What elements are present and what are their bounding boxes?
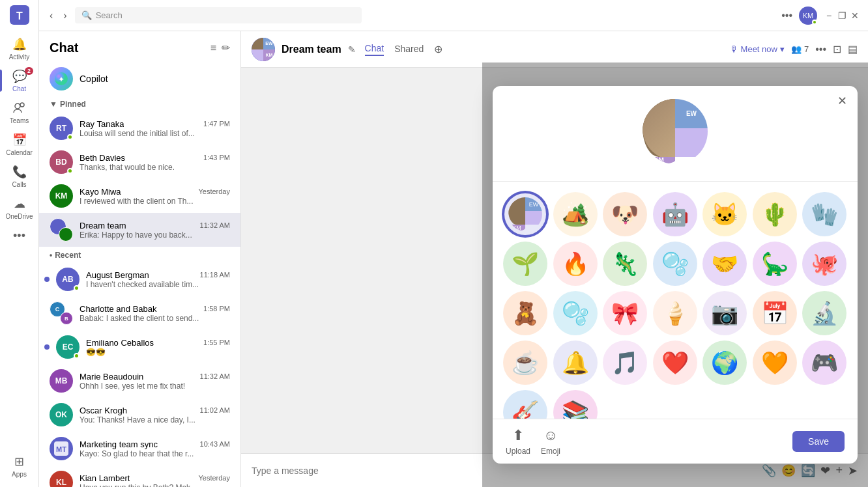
meet-label: Meet now [741,44,777,54]
sticker-cell[interactable]: 🦎 [603,242,647,286]
svg-text:T: T [16,10,23,21]
chat-item-charlotte-babak[interactable]: C B Charlotte and Babak 1:58 PM Babak: I… [39,296,240,330]
sticker-cell[interactable]: ☕ [503,341,547,385]
kian-info: Kian Lambert Yesterday Have you run this… [80,473,230,488]
tab-chat[interactable]: Chat [365,43,384,56]
calendar-icon: 📅 [12,132,27,148]
chat-preview: You: Thanks! Have a nice day, I... [80,415,230,424]
chat-item-beth-davies[interactable]: BD Beth Davies 1:43 PM Thanks, that woul… [39,145,240,179]
close-button[interactable]: ✕ [850,10,860,21]
add-tab-icon[interactable]: ⊕ [434,43,442,55]
sticker-cell[interactable]: 📷 [702,291,747,335]
sticker-cell[interactable]: 🌵 [753,192,797,236]
sticker-cell[interactable]: 🎵 [603,341,647,385]
sticker-cell[interactable]: 🧤 [802,192,846,236]
sidebar-item-calls[interactable]: 📞 Calls [0,160,38,192]
sticker-cell[interactable]: 🎮 [802,341,846,385]
charlotte-babak-info: Charlotte and Babak 1:58 PM Babak: I ask… [80,304,230,323]
sticker-cell[interactable]: 🍦 [653,291,697,335]
sticker-cell[interactable]: 🧸 [503,291,547,335]
popout-icon[interactable]: ⊡ [833,43,841,55]
tab-shared[interactable]: Shared [394,44,424,55]
compose-icon[interactable]: ✏ [222,42,230,54]
charlotte-babak-avatar: C B [50,301,73,325]
sticker-cell[interactable]: 🧡 [753,341,797,385]
user-avatar[interactable]: KM [799,7,817,25]
ms-teams-logo: T [10,5,29,25]
chat-item-dream-team[interactable]: Dream team 11:32 AM Erika: Happy to have… [39,213,240,247]
online-indicator [74,285,80,291]
sticker-cell[interactable]: 🏕️ [553,192,598,236]
meet-now-button[interactable]: 🎙 Meet now ▾ [730,44,785,54]
chat-name: Kayo Miwa [80,187,121,197]
modal-close-button[interactable]: ✕ [837,94,847,108]
back-button[interactable]: ‹ [47,7,55,24]
chat-item-kian[interactable]: KL Kian Lambert Yesterday Have you run t… [39,466,240,487]
chat-item-august-bergman[interactable]: AB August Bergman 11:18 AM I haven't che… [39,262,240,296]
edit-name-icon[interactable]: ✎ [348,44,356,55]
sticker-cell[interactable]: 🫧 [653,242,697,286]
save-button[interactable]: Save [792,431,845,452]
sticker-cell[interactable]: 🫧 [553,291,598,335]
sticker-cell[interactable]: 📚 [553,390,598,419]
marketing-avatar: MT [50,437,73,460]
filter-icon[interactable]: ≡ [210,42,216,54]
chat-item-ray-tanaka[interactable]: RT Ray Tanaka 1:47 PM Louisa will send t… [39,111,240,145]
meet-chevron: ▾ [780,44,785,54]
emoji-action[interactable]: ☺ Emoji [541,427,560,456]
sticker-cell[interactable]: 🔥 [553,242,598,286]
sidebar-toggle-icon[interactable]: ▤ [848,43,858,55]
members-number: 7 [804,44,809,54]
sidebar-item-calendar[interactable]: 📅 Calendar [0,128,38,160]
sticker-cell[interactable]: 🤖 [653,192,697,236]
sticker-cell[interactable]: 🌍 [702,341,747,385]
sticker-cell[interactable]: 🎀 [603,291,647,335]
search-box[interactable]: 🔍 Search [75,7,362,23]
user-online-dot [812,20,817,25]
minimize-button[interactable]: − [824,10,834,21]
recent-section-header[interactable]: • Recent [39,247,240,262]
chat-preview: Babak: I asked the client to send... [80,314,230,323]
left-rail: T 🔔 Activity 💬 2 Chat Teams 📅 Calendar 📞… [0,0,39,487]
more-options-header-icon[interactable]: ••• [815,44,826,55]
sticker-cell[interactable]: 🌱 [503,242,547,286]
sticker-cell[interactable]: 🐙 [802,242,846,286]
sticker-cell[interactable]: EW KM [503,192,547,236]
sticker-cell[interactable]: 🦕 [753,242,797,286]
chat-item-emiliano[interactable]: EC Emiliano Ceballos 1:55 PM 😎😎 [39,330,240,364]
ray-tanaka-avatar: RT [50,117,73,140]
unread-indicator [44,344,50,350]
modal-footer: ⬆ Upload ☺ Emoji Save [493,419,858,464]
members-count[interactable]: 👥 7 [791,44,809,54]
chat-item-marie[interactable]: MB Marie Beaudouin 11:32 AM Ohhh I see, … [39,364,240,398]
sticker-cell[interactable]: 🎸 [503,390,547,419]
sticker-cell[interactable]: ❤️ [653,341,697,385]
sidebar-item-onedrive[interactable]: ☁ OneDrive [0,192,38,224]
emiliano-avatar: EC [56,335,80,359]
sidebar-item-apps[interactable]: ⊞ Apps [12,450,27,482]
svg-text:✦: ✦ [58,75,65,84]
sticker-cell[interactable]: 🤝 [702,242,747,286]
more-options-icon[interactable]: ••• [781,10,792,21]
sidebar-item-more[interactable]: ••• [0,224,38,249]
sticker-cell[interactable]: 🔬 [802,291,846,335]
pinned-section-header[interactable]: ▼ Pinned [39,96,240,111]
sidebar-item-chat[interactable]: 💬 2 Chat [0,64,38,96]
sidebar-item-activity[interactable]: 🔔 Activity [0,33,38,64]
sticker-cell[interactable]: 🐱 [702,192,747,236]
copilot-item[interactable]: ✦ Copilot [39,62,240,96]
chat-name: Marketing team sync [80,439,158,449]
restore-button[interactable]: ❐ [837,10,847,21]
upload-action[interactable]: ⬆ Upload [506,427,530,456]
chat-tabs: Chat Shared ⊕ [365,43,443,56]
sticker-cell[interactable]: 🔔 [553,341,598,385]
chat-time: 1:47 PM [203,120,230,128]
chat-item-oscar[interactable]: OK Oscar Krogh 11:02 AM You: Thanks! Hav… [39,398,240,432]
forward-button[interactable]: › [61,7,69,24]
chat-item-kayo-miwa[interactable]: KM Kayo Miwa Yesterday I reviewed with t… [39,179,240,213]
pinned-arrow: ▼ [50,100,57,109]
sticker-cell[interactable]: 🐶 [603,192,647,236]
chat-item-marketing[interactable]: MT Marketing team sync 10:43 AM Kayo: So… [39,432,240,466]
sticker-cell[interactable]: 📅 [753,291,797,335]
sidebar-item-teams[interactable]: Teams [0,96,38,128]
